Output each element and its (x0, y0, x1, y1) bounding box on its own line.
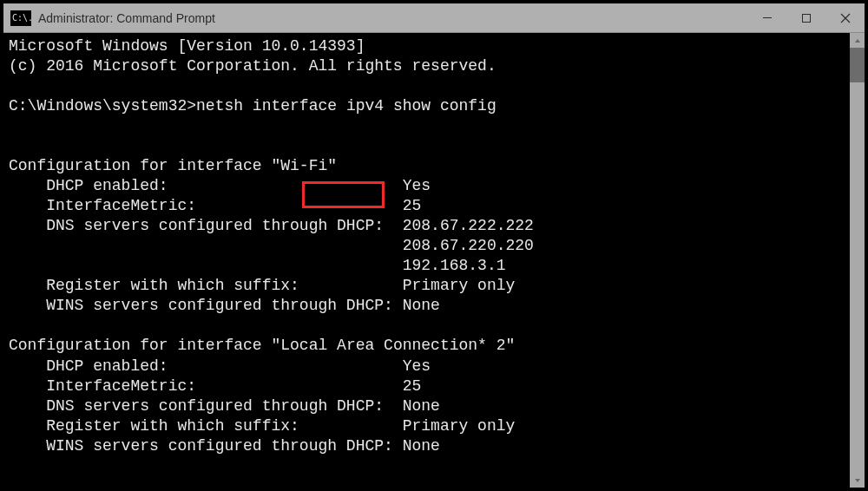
prompt-path: C:\Windows\system32> (9, 97, 196, 115)
iface2-dns: None (403, 397, 440, 415)
iface1-dns2: 208.67.220.220 (403, 237, 534, 254)
iface1-dns1: 208.67.222.222 (403, 217, 534, 234)
svg-rect-0 (763, 17, 772, 18)
close-icon (839, 12, 852, 24)
scrollbar-track[interactable] (850, 48, 865, 473)
iface1-wins: None (403, 297, 440, 314)
maximize-button[interactable] (786, 3, 825, 33)
iface-header-prefix: Configuration for interface (9, 157, 271, 174)
minimize-button[interactable] (747, 3, 786, 33)
iface1-dns3: 192.168.3.1 (403, 257, 506, 274)
iface1-metric: 25 (403, 197, 422, 214)
iface2-metric: 25 (403, 377, 422, 395)
minimize-icon (762, 13, 773, 23)
titlebar[interactable]: C:\. Administrator: Command Prompt (3, 3, 865, 33)
copyright-line: (c) 2016 Microsoft Corporation. All righ… (9, 57, 496, 75)
iface1-dhcp: Yes (403, 177, 431, 194)
iface2-dhcp: Yes (403, 357, 431, 375)
maximize-icon (801, 13, 812, 23)
scrollbar-thumb[interactable] (850, 48, 865, 82)
os-version-line: Microsoft Windows [Version 10.0.14393] (9, 37, 365, 55)
console-wrapper: Microsoft Windows [Version 10.0.14393] (… (3, 33, 865, 488)
command-typed: netsh interface ipv4 show config (196, 97, 496, 115)
iface1-register: Primary only (403, 277, 516, 294)
iface2-wins: None (403, 437, 440, 455)
iface-name-2: "Local Area Connection* 2" (271, 337, 515, 354)
svg-rect-1 (802, 14, 810, 22)
chevron-up-icon (854, 37, 861, 44)
window-title: Administrator: Command Prompt (38, 11, 215, 25)
scroll-down-button[interactable] (850, 473, 865, 488)
iface-header-prefix-2: Configuration for interface (9, 337, 271, 354)
window-frame: C:\. Administrator: Command Prompt Micro… (0, 0, 868, 491)
iface-name-1: "Wi-Fi" (271, 157, 337, 174)
terminal-output[interactable]: Microsoft Windows [Version 10.0.14393] (… (3, 33, 850, 488)
iface2-register: Primary only (403, 417, 516, 435)
close-button[interactable] (825, 3, 865, 33)
cmd-icon: C:\. (10, 10, 31, 26)
scroll-up-button[interactable] (850, 33, 865, 48)
chevron-down-icon (854, 477, 861, 484)
vertical-scrollbar[interactable] (850, 33, 865, 488)
